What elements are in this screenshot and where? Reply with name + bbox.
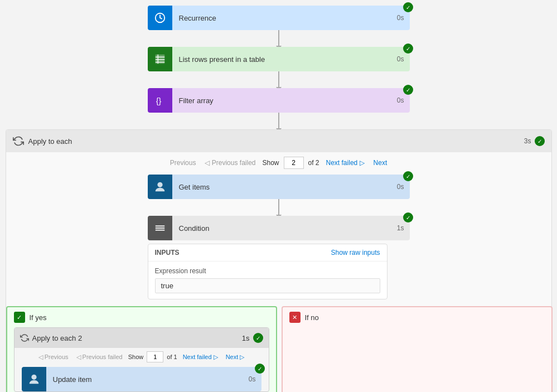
if-no-badge: ✕: [289, 312, 301, 323]
get-items-step[interactable]: Get items 0s: [148, 175, 410, 199]
apply-each-inner: Get items 0s Condition 1s: [6, 175, 551, 306]
update-item-check: [255, 364, 265, 374]
apply-each-check: ✓: [535, 136, 545, 146]
update-item-icon: [22, 367, 46, 391]
show-label: Show: [262, 159, 279, 167]
apply-each-2-header[interactable]: Apply to each 2 1s ✓: [14, 328, 269, 348]
next-button[interactable]: Next: [371, 158, 390, 168]
apply-each-left: Apply to each: [13, 135, 72, 147]
main-canvas: Recurrence 0s List rows present in a tab…: [0, 0, 557, 392]
update-item-step[interactable]: Update item 0s: [22, 367, 261, 391]
inputs-label: INPUTS: [155, 249, 180, 257]
condition-wrapper: Condition 1s INPUTS Show raw inputs Expr…: [148, 216, 410, 299]
if-no-label: If no: [305, 313, 319, 322]
apply-each-2-check: ✓: [253, 333, 263, 343]
apply-each-2-label: Apply to each 2: [32, 334, 83, 342]
apply-each-2-container: Apply to each 2 1s ✓ ◁ Previous ◁ Previo…: [14, 327, 269, 392]
if-yes-badge: ✓: [14, 312, 25, 323]
if-no-header: ✕ If no: [283, 307, 551, 327]
condition-icon: [148, 216, 172, 240]
recurrence-step[interactable]: Recurrence 0s: [148, 6, 410, 30]
get-items-icon: [148, 175, 172, 199]
flow-area: Recurrence 0s List rows present in a tab…: [0, 0, 557, 392]
expression-result-value: true: [155, 278, 380, 293]
nested-show-label: Show: [128, 354, 144, 360]
svg-point-11: [31, 375, 36, 380]
nested-prev-failed-button[interactable]: ◁ Previous failed: [74, 352, 125, 362]
apply-each-label: Apply to each: [28, 137, 72, 146]
nested-next-failed-button[interactable]: Next failed ▷: [181, 352, 220, 362]
if-no-section: ✕ If no: [282, 306, 553, 392]
svg-text:{}: {}: [156, 96, 161, 105]
list-rows-duration: 0s: [391, 55, 410, 63]
if-yes-label: If yes: [30, 313, 47, 322]
filter-icon: {}: [148, 88, 172, 113]
nested-page-sep: of 1: [167, 354, 177, 360]
apply-each-2-duration: 1s: [242, 334, 250, 342]
nested-pagination: ◁ Previous ◁ Previous failed Show of 1 N…: [14, 348, 269, 367]
arrow-4: [278, 199, 279, 216]
loop-icon-2: [20, 333, 29, 342]
apply-each-header[interactable]: Apply to each 3s ✓: [6, 130, 551, 152]
apply-each-2-right: 1s ✓: [242, 333, 263, 343]
apply-each-duration: 3s: [524, 137, 531, 145]
apply-each-right: 3s ✓: [524, 136, 545, 146]
update-item-wrapper: Update item 0s: [14, 367, 269, 391]
condition-label: Condition: [172, 224, 391, 233]
filter-array-duration: 0s: [391, 96, 410, 104]
list-rows-label: List rows present in a table: [172, 55, 391, 64]
arrow-1: [278, 30, 279, 47]
svg-rect-9: [155, 228, 164, 229]
prev-button[interactable]: Previous: [168, 158, 198, 168]
apply-each-container: Apply to each 3s ✓ Previous ◁ Previous f…: [6, 129, 552, 392]
condition-inputs-header: INPUTS Show raw inputs: [148, 244, 387, 262]
recurrence-icon: [148, 6, 172, 30]
apply-each-2-left: Apply to each 2: [20, 333, 83, 342]
prev-failed-button[interactable]: ◁ Previous failed: [202, 158, 258, 168]
list-rows-step[interactable]: List rows present in a table 0s: [148, 47, 410, 71]
nested-prev-button[interactable]: ◁ Previous: [36, 352, 71, 362]
filter-array-step[interactable]: {} Filter array 0s: [148, 88, 410, 113]
get-items-label: Get items: [172, 183, 391, 191]
if-yes-section: ✓ If yes Apply to each 2: [6, 306, 277, 392]
show-raw-inputs-btn[interactable]: Show raw inputs: [331, 249, 380, 257]
recurrence-check: [403, 2, 413, 12]
page-input[interactable]: [284, 157, 304, 169]
loop-icon: [13, 135, 24, 147]
condition-check: [403, 212, 413, 222]
condition-duration: 1s: [391, 224, 410, 232]
arrow-3: [278, 113, 279, 129]
split-container: ✓ If yes Apply to each 2: [6, 306, 553, 392]
filter-array-check: [403, 85, 413, 95]
svg-rect-8: [155, 225, 164, 226]
svg-point-7: [157, 182, 162, 187]
expression-result-section: Expression result true: [148, 262, 387, 299]
get-items-duration: 0s: [391, 183, 410, 191]
expression-result-label: Expression result: [155, 267, 380, 275]
next-failed-button[interactable]: Next failed ▷: [324, 158, 367, 168]
update-item-label: Update item: [46, 375, 243, 384]
recurrence-label: Recurrence: [172, 14, 391, 22]
page-sep: of 2: [308, 159, 319, 167]
if-yes-header: ✓ If yes: [7, 307, 276, 327]
filter-array-label: Filter array: [172, 96, 391, 105]
list-rows-check: [403, 43, 413, 54]
nested-next-button[interactable]: Next ▷: [224, 352, 247, 362]
nested-page-input[interactable]: [147, 351, 163, 362]
condition-step[interactable]: Condition 1s: [148, 216, 410, 240]
update-item-duration: 0s: [243, 375, 261, 383]
get-items-check: [403, 171, 413, 181]
apply-each-pagination: Previous ◁ Previous failed Show of 2 Nex…: [6, 152, 551, 175]
svg-rect-10: [155, 230, 164, 231]
recurrence-duration: 0s: [391, 14, 410, 22]
list-rows-icon: [148, 47, 172, 71]
arrow-2: [278, 71, 279, 88]
condition-expanded-panel: INPUTS Show raw inputs Expression result…: [148, 244, 388, 299]
